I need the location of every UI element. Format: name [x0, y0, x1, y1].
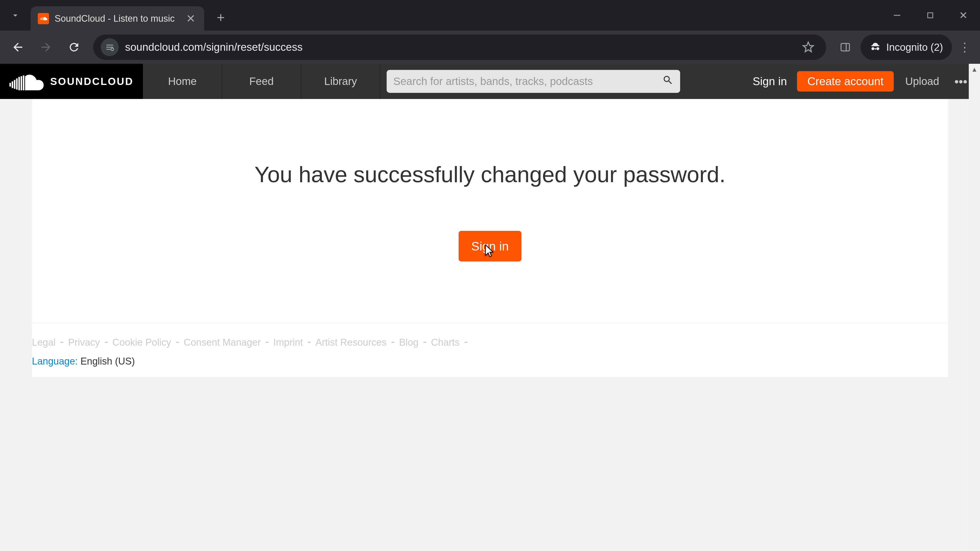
- footer-link-cookie[interactable]: Cookie Policy: [113, 337, 171, 348]
- svg-rect-6: [11, 81, 13, 88]
- logo-text: SOUNDCLOUD: [50, 76, 134, 87]
- search-box[interactable]: [387, 70, 680, 93]
- separator: ⁃: [59, 337, 64, 348]
- page-title: You have successfully changed your passw…: [255, 162, 725, 187]
- separator: ⁃: [104, 337, 109, 348]
- svg-rect-5: [10, 83, 11, 87]
- footer-link-consent[interactable]: Consent Manager: [184, 337, 261, 348]
- success-area: You have successfully changed your passw…: [32, 99, 948, 323]
- search-wrap: [380, 70, 742, 93]
- footer-link-legal[interactable]: Legal: [32, 337, 56, 348]
- page-background: [0, 377, 980, 551]
- scroll-up-icon[interactable]: ▲: [969, 64, 980, 75]
- svg-rect-1: [928, 13, 933, 18]
- browser-tab[interactable]: SoundCloud - Listen to music ✕: [30, 6, 204, 30]
- svg-rect-0: [894, 15, 900, 16]
- svg-point-2: [111, 48, 114, 51]
- nav-home[interactable]: Home: [143, 64, 222, 99]
- back-button-icon[interactable]: [5, 35, 30, 60]
- vertical-scrollbar[interactable]: ▲: [969, 64, 980, 551]
- soundcloud-logo[interactable]: SOUNDCLOUD: [0, 64, 143, 99]
- footer-link-charts[interactable]: Charts: [431, 337, 460, 348]
- svg-rect-11: [23, 76, 24, 90]
- reload-button-icon[interactable]: [61, 35, 87, 60]
- create-account-button[interactable]: Create account: [797, 71, 894, 92]
- svg-rect-3: [841, 43, 850, 51]
- browser-more-menu-icon[interactable]: ⋮: [955, 35, 975, 60]
- tab-title: SoundCloud - Listen to music: [55, 13, 179, 24]
- main-nav: Home Feed Library: [143, 64, 380, 99]
- separator: ⁃: [390, 337, 395, 348]
- language-value: English (US): [80, 356, 135, 367]
- upload-link[interactable]: Upload: [894, 75, 951, 87]
- footer-link-blog[interactable]: Blog: [399, 337, 418, 348]
- separator: ⁃: [422, 337, 427, 348]
- forward-button-icon[interactable]: [33, 35, 59, 60]
- svg-rect-9: [18, 77, 20, 91]
- search-icon[interactable]: [662, 75, 673, 89]
- tab-bar: SoundCloud - Listen to music ✕ + ✕: [0, 0, 980, 30]
- url-text: soundcloud.com/signin/reset/success: [125, 41, 792, 53]
- bookmark-star-icon[interactable]: [798, 41, 818, 53]
- separator: ⁃: [463, 337, 468, 348]
- address-bar-row: soundcloud.com/signin/reset/success Inco…: [0, 30, 980, 64]
- sign-in-button[interactable]: Sign in: [458, 231, 522, 262]
- close-tab-icon[interactable]: ✕: [184, 12, 197, 25]
- side-panel-icon[interactable]: [832, 35, 858, 60]
- footer-links: Legal⁃ Privacy⁃ Cookie Policy⁃ Consent M…: [32, 337, 948, 348]
- site-info-icon[interactable]: [101, 38, 119, 56]
- new-tab-button[interactable]: +: [210, 7, 231, 27]
- nav-feed[interactable]: Feed: [222, 64, 301, 99]
- footer-link-imprint[interactable]: Imprint: [273, 337, 303, 348]
- maximize-window-icon[interactable]: [914, 5, 947, 25]
- svg-rect-8: [16, 78, 18, 89]
- header-sign-in-button[interactable]: Sign in: [742, 75, 797, 88]
- footer-link-artist[interactable]: Artist Resources: [315, 337, 387, 348]
- window-controls: ✕: [880, 0, 980, 30]
- svg-rect-10: [21, 76, 22, 90]
- footer: Legal⁃ Privacy⁃ Cookie Policy⁃ Consent M…: [32, 323, 948, 377]
- header-more-menu-icon[interactable]: •••: [951, 75, 971, 89]
- separator: ⁃: [307, 337, 312, 348]
- site-header: SOUNDCLOUD Home Feed Library Sign in Cre…: [0, 64, 980, 99]
- soundcloud-favicon-icon: [38, 13, 49, 24]
- svg-rect-7: [14, 80, 15, 89]
- soundcloud-cloud-icon: [10, 73, 45, 90]
- close-window-icon[interactable]: ✕: [947, 5, 980, 25]
- footer-link-privacy[interactable]: Privacy: [68, 337, 100, 348]
- search-input[interactable]: [393, 75, 662, 87]
- browser-chrome: SoundCloud - Listen to music ✕ + ✕: [0, 0, 980, 64]
- minimize-window-icon[interactable]: [880, 5, 914, 25]
- nav-library[interactable]: Library: [301, 64, 380, 99]
- language-label: Language:: [32, 356, 78, 367]
- separator: ⁃: [175, 337, 180, 348]
- incognito-chip[interactable]: Incognito (2): [861, 35, 952, 60]
- address-bar[interactable]: soundcloud.com/signin/reset/success: [93, 35, 826, 60]
- tab-search-dropdown[interactable]: [5, 5, 25, 25]
- page-content: SOUNDCLOUD Home Feed Library Sign in Cre…: [0, 64, 980, 551]
- incognito-label: Incognito (2): [886, 41, 943, 53]
- main-content: You have successfully changed your passw…: [32, 99, 948, 323]
- separator: ⁃: [265, 337, 269, 348]
- footer-language[interactable]: Language: English (US): [32, 356, 948, 367]
